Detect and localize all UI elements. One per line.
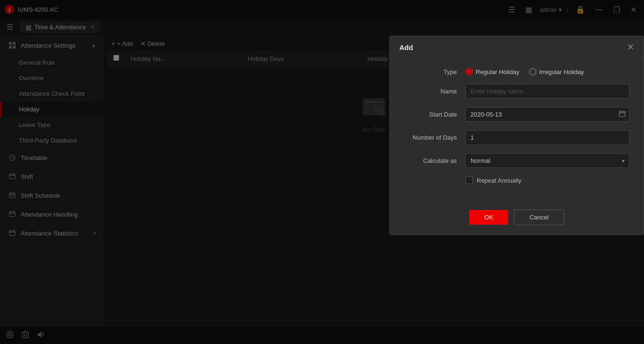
start-date-row: Start Date: [404, 107, 629, 122]
start-date-label: Start Date: [404, 111, 465, 118]
calculate-as-row: Calculate as Normal Overtime Double Over…: [404, 153, 629, 168]
name-control: [465, 84, 629, 99]
calculate-as-select-wrap: Normal Overtime Double Overtime ▾: [465, 153, 629, 168]
num-days-row: Number of Days: [404, 130, 629, 145]
radio-irregular-holiday[interactable]: Irregular Holiday: [529, 68, 584, 76]
dialog-footer: OK Cancel: [390, 202, 644, 235]
repeat-annually-checkbox-row: Repeat Annually: [465, 176, 629, 184]
num-days-input[interactable]: [465, 130, 629, 145]
calculate-as-label: Calculate as: [404, 157, 465, 164]
repeat-annually-row: Repeat Annually: [404, 176, 629, 184]
type-radio-group: Regular Holiday Irregular Holiday: [465, 68, 629, 76]
radio-circle-regular: [465, 68, 473, 76]
dialog-close-btn[interactable]: ✕: [627, 43, 634, 51]
radio-circle-irregular: [529, 68, 537, 76]
dialog-title: Add: [399, 43, 413, 51]
radio-label-irregular: Irregular Holiday: [539, 68, 584, 76]
start-date-input[interactable]: [465, 107, 629, 122]
ok-button[interactable]: OK: [469, 210, 508, 225]
repeat-annually-control: Repeat Annually: [465, 176, 629, 184]
radio-label-regular: Regular Holiday: [476, 68, 520, 76]
cancel-button[interactable]: Cancel: [514, 210, 564, 225]
num-days-label: Number of Days: [404, 134, 465, 141]
repeat-annually-label: Repeat Annually: [477, 177, 521, 184]
type-label: Type: [404, 68, 465, 76]
radio-regular-holiday[interactable]: Regular Holiday: [465, 68, 520, 76]
dialog-overlay: Add ✕ Type Regular Holiday: [0, 0, 644, 344]
repeat-annually-checkbox[interactable]: [465, 176, 473, 184]
dialog-header: Add ✕: [390, 36, 644, 59]
name-input[interactable]: [465, 84, 629, 99]
radio-dot-regular: [467, 70, 471, 74]
type-row: Type Regular Holiday Irregular Holiday: [404, 68, 629, 76]
svg-rect-41: [619, 111, 625, 117]
add-holiday-dialog: Add ✕ Type Regular Holiday: [389, 36, 644, 235]
name-row: Name: [404, 84, 629, 99]
calculate-as-select[interactable]: Normal Overtime Double Overtime: [465, 153, 629, 168]
type-control: Regular Holiday Irregular Holiday: [465, 68, 629, 76]
date-input-wrap: [465, 107, 629, 122]
num-days-control: [465, 130, 629, 145]
name-label: Name: [404, 88, 465, 95]
calculate-as-control: Normal Overtime Double Overtime ▾: [465, 153, 629, 168]
start-date-control: [465, 107, 629, 122]
dialog-body: Type Regular Holiday Irregular Holiday: [390, 59, 644, 202]
calendar-icon[interactable]: [619, 110, 626, 118]
